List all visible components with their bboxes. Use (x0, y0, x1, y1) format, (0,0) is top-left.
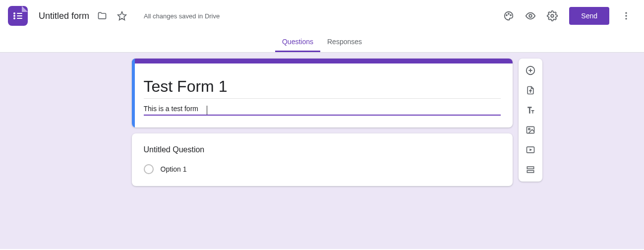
add-question-icon (525, 65, 536, 76)
folder-icon (97, 11, 107, 21)
import-questions-button[interactable] (521, 80, 540, 100)
tabs-row: Questions Responses (0, 32, 644, 53)
tab-questions[interactable]: Questions (275, 32, 320, 52)
add-image-button[interactable] (521, 120, 540, 140)
add-section-button[interactable] (521, 160, 540, 180)
svg-point-7 (625, 15, 627, 16)
document-title[interactable]: Untitled form (36, 9, 92, 23)
svg-point-8 (625, 18, 627, 19)
add-section-icon (526, 165, 535, 175)
gear-icon (547, 10, 558, 21)
forms-logo[interactable] (8, 6, 28, 26)
header: Untitled form All changes saved in Drive… (0, 0, 644, 32)
move-to-folder-button[interactable] (92, 6, 112, 26)
palette-icon (503, 10, 514, 21)
more-button[interactable] (616, 6, 636, 26)
add-question-button[interactable] (521, 61, 540, 80)
option-row[interactable]: Option 1 (144, 164, 501, 174)
send-button[interactable]: Send (569, 7, 609, 25)
form-canvas: Untitled Question Option 1 (0, 53, 644, 249)
side-toolbar (519, 59, 542, 182)
eye-icon (525, 10, 536, 21)
add-video-icon (526, 145, 535, 155)
add-title-icon (526, 105, 535, 115)
preview-button[interactable] (521, 6, 540, 26)
option-label[interactable]: Option 1 (161, 165, 187, 173)
save-status: All changes saved in Drive (144, 12, 220, 20)
text-caret (207, 106, 207, 115)
customize-theme-button[interactable] (499, 6, 519, 26)
tab-responses[interactable]: Responses (320, 32, 369, 52)
more-vert-icon (621, 11, 631, 21)
svg-point-6 (625, 12, 627, 14)
focus-indicator (132, 59, 135, 127)
star-button[interactable] (112, 6, 132, 26)
form-header-card[interactable] (132, 59, 513, 127)
radio-icon (144, 164, 154, 174)
svg-marker-15 (529, 149, 532, 151)
svg-point-4 (529, 14, 532, 17)
svg-point-2 (508, 13, 509, 14)
settings-button[interactable] (542, 6, 562, 26)
add-video-button[interactable] (521, 140, 540, 160)
svg-rect-17 (527, 171, 533, 173)
form-title-input[interactable] (144, 74, 501, 99)
add-title-button[interactable] (521, 100, 540, 120)
svg-point-5 (551, 14, 554, 17)
accent-bar (132, 59, 513, 63)
question-title[interactable]: Untitled Question (144, 145, 501, 154)
form-description-input[interactable] (144, 102, 501, 116)
question-card[interactable]: Untitled Question Option 1 (132, 133, 513, 186)
svg-point-3 (511, 15, 512, 16)
add-image-icon (526, 125, 535, 135)
import-questions-icon (526, 85, 535, 95)
star-icon (117, 11, 127, 21)
svg-point-13 (528, 128, 529, 130)
svg-marker-0 (118, 12, 126, 20)
svg-rect-16 (527, 167, 533, 169)
svg-point-1 (506, 15, 507, 16)
